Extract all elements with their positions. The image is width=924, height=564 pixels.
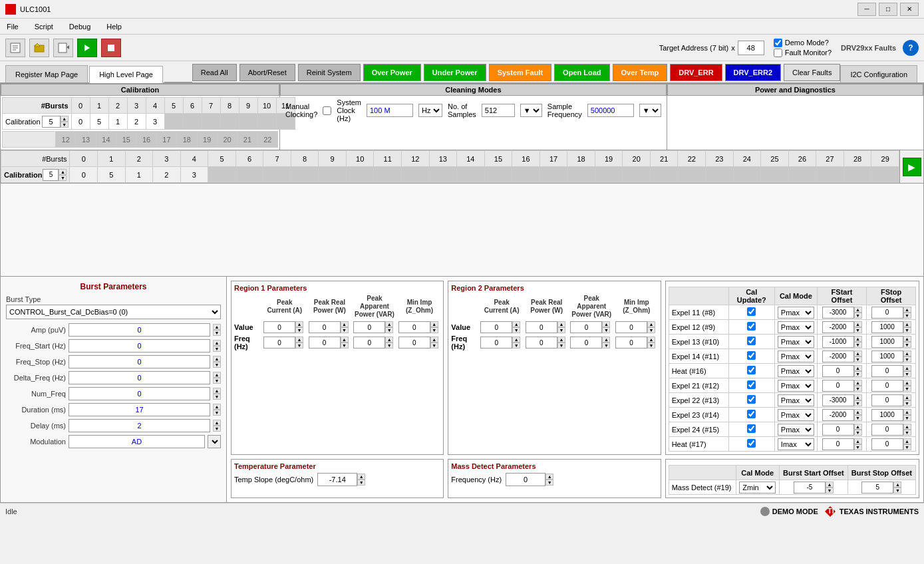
demo-mode-checkbox[interactable]	[774, 39, 782, 47]
mass-burst-start-input[interactable]	[794, 482, 826, 494]
expel-fstart-1[interactable]	[822, 321, 854, 333]
sample-freq-select[interactable]: ▼	[639, 104, 661, 117]
system-fault-button[interactable]: System Fault	[489, 64, 551, 81]
fstart-down[interactable]: ▼	[213, 346, 221, 352]
delay-up[interactable]: ▲	[213, 420, 221, 426]
system-clock-select[interactable]: Hz	[418, 104, 442, 117]
under-power-button[interactable]: Under Power	[424, 64, 486, 81]
fstart-up[interactable]: ▲	[213, 340, 221, 346]
expel-fstart-0[interactable]	[822, 307, 854, 319]
delta-freq-input[interactable]	[69, 371, 210, 384]
fstop-up[interactable]: ▲	[213, 356, 221, 362]
help-button[interactable]: ?	[903, 40, 919, 56]
mf-up[interactable]: ▲	[545, 474, 553, 480]
expel-fstop-0[interactable]	[871, 307, 903, 319]
minimize-button[interactable]: ─	[857, 3, 876, 16]
r2-mi-freq[interactable]	[615, 337, 647, 349]
r1-mi-down[interactable]: ▼	[430, 327, 438, 333]
fault-monitor-checkbox[interactable]	[774, 49, 782, 57]
bursts-up[interactable]: ▲	[61, 116, 69, 122]
amp-input[interactable]	[69, 323, 210, 337]
r1-pc-down[interactable]: ▼	[295, 327, 303, 333]
r1-peak-real-val[interactable]	[309, 321, 341, 333]
delay-input[interactable]	[69, 419, 210, 432]
expel-calmode-1[interactable]: Pmax	[778, 321, 814, 333]
r2-pr-val[interactable]	[526, 321, 557, 333]
numfreq-up[interactable]: ▲	[213, 388, 221, 394]
r1-pc-freq[interactable]	[263, 337, 295, 349]
reinit-system-button[interactable]: Reinit System	[298, 64, 361, 81]
bursts-input[interactable]	[42, 116, 61, 128]
r1-pc-up[interactable]: ▲	[295, 321, 303, 327]
expel-cb-1[interactable]	[747, 322, 756, 331]
title-bar-controls[interactable]: ─ □ ✕	[857, 3, 919, 16]
freq-start-input[interactable]	[69, 339, 210, 352]
dur-up[interactable]: ▲	[213, 404, 221, 410]
bursts-down[interactable]: ▼	[61, 122, 69, 128]
numfreq-down[interactable]: ▼	[213, 394, 221, 400]
r2-pc-val[interactable]	[480, 321, 512, 333]
r2-pa-freq[interactable]	[570, 337, 602, 349]
r2-pr-freq[interactable]	[526, 337, 557, 349]
r2-pc-freq[interactable]	[480, 337, 512, 349]
r1-pr-up[interactable]: ▲	[341, 321, 349, 327]
mbs-up[interactable]: ▲	[826, 482, 834, 488]
maximize-button[interactable]: □	[879, 3, 897, 16]
r1-mif-up[interactable]: ▲	[430, 337, 438, 343]
grid-play-button[interactable]: ▶	[903, 158, 921, 176]
ts-up[interactable]: ▲	[357, 474, 365, 480]
r1-paf-down[interactable]: ▼	[385, 343, 393, 349]
amp-down[interactable]: ▼	[213, 330, 221, 336]
mbst-up[interactable]: ▲	[893, 482, 901, 488]
dfreq-up[interactable]: ▲	[213, 372, 221, 378]
fstop-down[interactable]: ▼	[213, 362, 221, 368]
menu-debug[interactable]: Debug	[65, 21, 94, 32]
mass-burst-stop-input[interactable]	[861, 482, 893, 494]
temp-slope-input[interactable]	[317, 473, 357, 486]
r1-pa-up[interactable]: ▲	[385, 321, 393, 327]
mass-freq-input[interactable]	[506, 473, 545, 486]
r1-mi-freq[interactable]	[398, 337, 430, 349]
delay-down[interactable]: ▼	[213, 426, 221, 432]
target-address-input[interactable]	[738, 41, 764, 55]
over-power-button[interactable]: Over Power	[363, 64, 421, 81]
ts-down[interactable]: ▼	[357, 480, 365, 486]
run-button[interactable]	[77, 39, 97, 57]
r1-peak-app-val[interactable]	[353, 321, 385, 333]
tab-i2c[interactable]: I2C Configuration	[840, 65, 917, 82]
open-load-button[interactable]: Open Load	[554, 64, 609, 81]
r1-mif-down[interactable]: ▼	[430, 343, 438, 349]
dfreq-down[interactable]: ▼	[213, 378, 221, 384]
stop-button[interactable]	[101, 39, 121, 57]
menu-file[interactable]: File	[3, 21, 23, 32]
r1-paf-up[interactable]: ▲	[385, 337, 393, 343]
cal-down2[interactable]: ▼	[59, 175, 67, 181]
r1-min-imp-val[interactable]	[398, 321, 430, 333]
menu-help[interactable]: Help	[102, 21, 126, 32]
export-button[interactable]	[53, 39, 73, 57]
r2-mi-val[interactable]	[615, 321, 647, 333]
modulation-select[interactable]: ▼	[208, 435, 221, 448]
r2-pa-val[interactable]	[570, 321, 602, 333]
num-freq-input[interactable]	[69, 387, 210, 400]
new-button[interactable]	[5, 39, 25, 57]
r1-pa-freq[interactable]	[353, 337, 385, 349]
mf-down[interactable]: ▼	[545, 480, 553, 486]
r1-pcf-down[interactable]: ▼	[295, 343, 303, 349]
r1-pa-down[interactable]: ▼	[385, 327, 393, 333]
freq-stop-input[interactable]	[69, 355, 210, 368]
tab-register-map[interactable]: Register Map Page	[5, 65, 88, 82]
expel-cb-0[interactable]	[747, 307, 756, 316]
open-button[interactable]	[29, 39, 49, 57]
expel-calmode-0[interactable]: Pmax	[778, 307, 814, 319]
r1-prf-up[interactable]: ▲	[341, 337, 349, 343]
r1-pr-freq[interactable]	[309, 337, 341, 349]
r1-peak-current-val[interactable]	[263, 321, 295, 333]
mass-calmode-select[interactable]: Zmin	[739, 482, 776, 494]
num-samples-input[interactable]	[482, 104, 515, 117]
abort-reset-button[interactable]: Abort/Reset	[239, 64, 295, 81]
num-samples-select[interactable]: ▼	[520, 104, 542, 117]
modulation-input[interactable]	[69, 435, 205, 448]
cal-bursts-input2[interactable]	[43, 169, 59, 181]
bursts-spinbox[interactable]: ▲ ▼	[42, 116, 69, 128]
